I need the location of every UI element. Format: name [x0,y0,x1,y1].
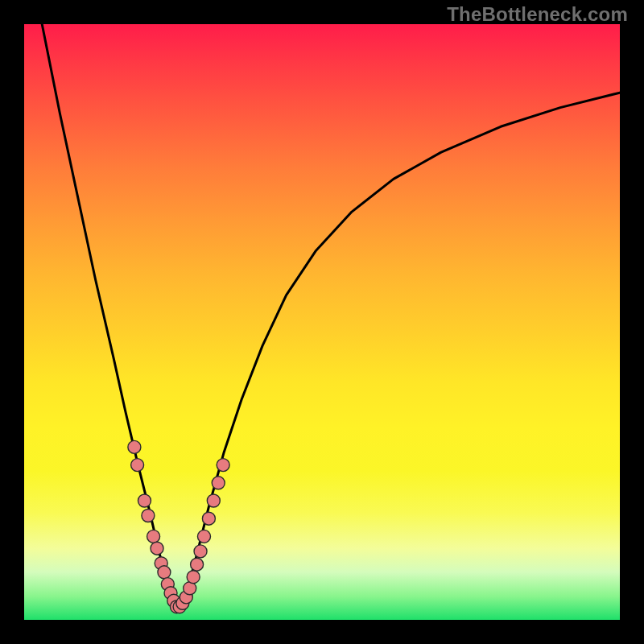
gradient-background [24,24,620,620]
chart-stage: TheBottleneck.com [0,0,644,644]
plot-area [24,24,620,620]
watermark-text: TheBottleneck.com [447,3,628,26]
